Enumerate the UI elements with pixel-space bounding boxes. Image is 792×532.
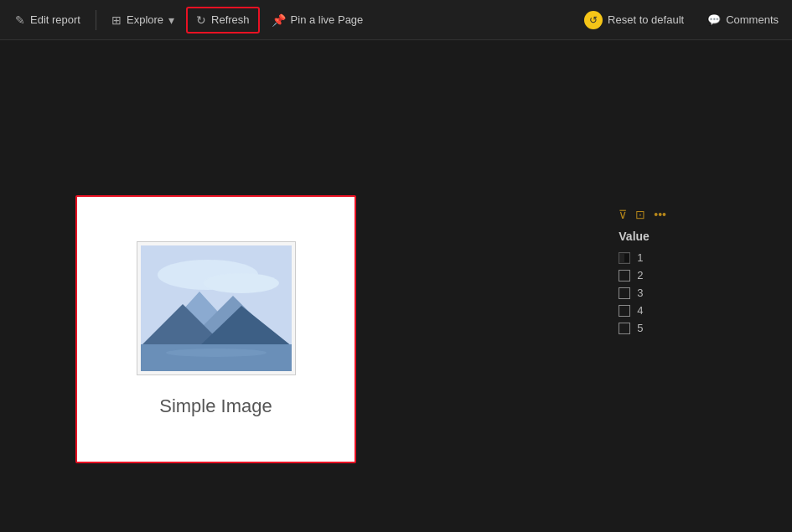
filter-item-5[interactable]: 5 (619, 320, 666, 336)
pin-live-page-button[interactable]: 📌 Pin a live Page (263, 8, 372, 32)
filter-item-4[interactable]: 4 (619, 302, 666, 318)
divider-1 (96, 10, 96, 30)
pin-live-page-label: Pin a live Page (291, 13, 364, 26)
filter-title: Value (619, 230, 666, 243)
svg-point-8 (166, 349, 267, 357)
filter-item-2[interactable]: 2 (619, 267, 666, 283)
filter-checkbox-5[interactable] (619, 323, 630, 334)
filter-icon[interactable]: ⊽ (619, 208, 627, 221)
edit-report-label: Edit report (30, 13, 80, 26)
explore-icon: ⊞ (111, 13, 122, 27)
reset-to-default-label: Reset to default (608, 13, 684, 26)
edit-icon: ✎ (15, 13, 25, 27)
expand-icon[interactable]: ⊡ (635, 208, 645, 221)
filter-panel: ⊽ ⊡ ••• Value 1 2 3 4 5 (619, 208, 666, 336)
refresh-button[interactable]: ↻ Refresh (186, 7, 260, 34)
explore-button[interactable]: ⊞ Explore ▾ (103, 8, 183, 32)
svg-rect-7 (141, 344, 292, 371)
toolbar: ✎ Edit report ⊞ Explore ▾ ↻ Refresh 📌 Pi… (0, 0, 792, 40)
toolbar-right: ↺ Reset to default 💬 Comments (577, 6, 785, 34)
filter-value-2: 2 (637, 269, 643, 281)
refresh-label: Refresh (211, 13, 250, 26)
filter-item-1[interactable]: 1 (619, 250, 666, 266)
toolbar-left: ✎ Edit report ⊞ Explore ▾ ↻ Refresh 📌 Pi… (7, 7, 577, 34)
comments-button[interactable]: 💬 Comments (701, 8, 785, 31)
refresh-icon: ↻ (196, 13, 206, 27)
main-content: Simple Image ⊽ ⊡ ••• Value 1 2 3 4 (0, 40, 792, 532)
svg-point-2 (204, 273, 279, 293)
pin-icon: 📌 (272, 13, 286, 27)
reset-icon: ↺ (584, 11, 603, 29)
landscape-illustration (141, 245, 292, 371)
filter-value-5: 5 (637, 322, 643, 334)
filter-icons: ⊽ ⊡ ••• (619, 208, 666, 221)
filter-value-4: 4 (637, 304, 643, 317)
edit-report-button[interactable]: ✎ Edit report (7, 8, 89, 32)
filter-item-3[interactable]: 3 (619, 285, 666, 301)
filter-checkbox-3[interactable] (619, 287, 630, 299)
image-placeholder (137, 241, 296, 375)
explore-label: Explore (127, 13, 163, 26)
reset-to-default-button[interactable]: ↺ Reset to default (577, 6, 691, 34)
more-options-icon[interactable]: ••• (654, 208, 666, 221)
filter-checkbox-4[interactable] (619, 305, 630, 317)
filter-checkbox-2[interactable] (619, 270, 630, 281)
filter-value-1: 1 (637, 251, 643, 264)
filter-value-3: 3 (637, 287, 643, 299)
comments-label: Comments (726, 13, 779, 26)
filter-checkbox-1[interactable] (619, 252, 630, 264)
comments-icon: 💬 (707, 13, 721, 26)
image-card: Simple Image (75, 195, 356, 463)
image-label: Simple Image (159, 395, 272, 417)
chevron-down-icon: ▾ (168, 13, 174, 27)
